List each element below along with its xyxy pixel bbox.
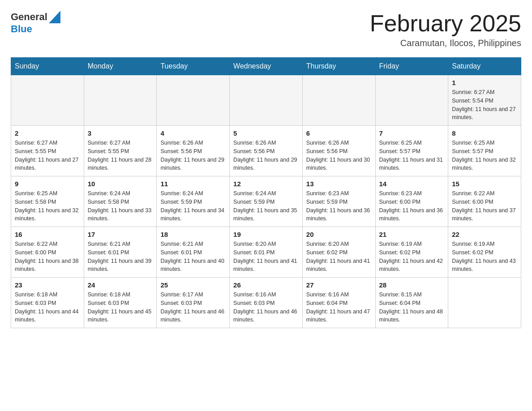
table-row [11, 75, 84, 126]
table-row: 14Sunrise: 6:23 AMSunset: 6:00 PMDayligh… [375, 176, 448, 227]
day-info: Sunrise: 6:26 AMSunset: 5:56 PMDaylight:… [306, 139, 372, 172]
day-info: Sunrise: 6:20 AMSunset: 6:02 PMDaylight:… [306, 240, 372, 274]
day-number: 8 [452, 129, 517, 137]
location-text: Caramutan, Ilocos, Philippines [370, 38, 521, 48]
day-number: 12 [233, 180, 299, 188]
day-info: Sunrise: 6:19 AMSunset: 6:02 PMDaylight:… [452, 240, 517, 274]
day-info: Sunrise: 6:26 AMSunset: 5:56 PMDaylight:… [160, 139, 226, 172]
day-info: Sunrise: 6:23 AMSunset: 5:59 PMDaylight:… [306, 189, 372, 223]
day-number: 7 [379, 129, 445, 137]
day-info: Sunrise: 6:18 AMSunset: 6:03 PMDaylight:… [15, 291, 80, 324]
calendar-week-row: 23Sunrise: 6:18 AMSunset: 6:03 PMDayligh… [11, 278, 521, 328]
day-number: 5 [233, 129, 299, 137]
table-row: 22Sunrise: 6:19 AMSunset: 6:02 PMDayligh… [448, 227, 521, 278]
day-number: 9 [15, 180, 80, 188]
day-number: 11 [160, 180, 226, 188]
table-row: 20Sunrise: 6:20 AMSunset: 6:02 PMDayligh… [302, 227, 375, 278]
day-info: Sunrise: 6:27 AMSunset: 5:55 PMDaylight:… [15, 139, 80, 172]
logo-triangle-icon [49, 11, 60, 23]
table-row [157, 75, 230, 126]
day-number: 2 [15, 129, 80, 137]
logo: General Blue [11, 11, 60, 35]
day-number: 25 [160, 281, 226, 289]
day-number: 28 [379, 281, 445, 289]
day-info: Sunrise: 6:24 AMSunset: 5:58 PMDaylight:… [88, 189, 153, 223]
table-row: 16Sunrise: 6:22 AMSunset: 6:00 PMDayligh… [11, 227, 84, 278]
svg-marker-0 [49, 11, 60, 23]
day-info: Sunrise: 6:24 AMSunset: 5:59 PMDaylight:… [160, 189, 226, 223]
title-area: February 2025 Caramutan, Ilocos, Philipp… [370, 11, 521, 48]
day-info: Sunrise: 6:21 AMSunset: 6:01 PMDaylight:… [160, 240, 226, 274]
table-row: 1Sunrise: 6:27 AMSunset: 5:54 PMDaylight… [448, 75, 521, 126]
day-info: Sunrise: 6:26 AMSunset: 5:56 PMDaylight:… [233, 139, 299, 172]
calendar-week-row: 1Sunrise: 6:27 AMSunset: 5:54 PMDaylight… [11, 75, 521, 126]
table-row: 13Sunrise: 6:23 AMSunset: 5:59 PMDayligh… [302, 176, 375, 227]
table-row: 17Sunrise: 6:21 AMSunset: 6:01 PMDayligh… [84, 227, 157, 278]
day-info: Sunrise: 6:18 AMSunset: 6:03 PMDaylight:… [88, 291, 153, 324]
day-info: Sunrise: 6:24 AMSunset: 5:59 PMDaylight:… [233, 189, 299, 223]
table-row: 9Sunrise: 6:25 AMSunset: 5:58 PMDaylight… [11, 176, 84, 227]
col-tuesday: Tuesday [157, 58, 230, 75]
day-number: 21 [379, 231, 445, 238]
col-thursday: Thursday [302, 58, 375, 75]
day-number: 14 [379, 180, 445, 188]
day-info: Sunrise: 6:22 AMSunset: 6:00 PMDaylight:… [15, 240, 80, 274]
day-number: 17 [88, 231, 153, 238]
day-number: 20 [306, 231, 372, 238]
calendar-header-row: Sunday Monday Tuesday Wednesday Thursday… [11, 58, 521, 75]
calendar-week-row: 16Sunrise: 6:22 AMSunset: 6:00 PMDayligh… [11, 227, 521, 278]
table-row: 2Sunrise: 6:27 AMSunset: 5:55 PMDaylight… [11, 126, 84, 176]
day-info: Sunrise: 6:19 AMSunset: 6:02 PMDaylight:… [379, 240, 445, 274]
day-number: 6 [306, 129, 372, 137]
table-row: 8Sunrise: 6:25 AMSunset: 5:57 PMDaylight… [448, 126, 521, 176]
table-row [375, 75, 448, 126]
day-info: Sunrise: 6:25 AMSunset: 5:57 PMDaylight:… [379, 139, 445, 172]
col-friday: Friday [375, 58, 448, 75]
table-row: 11Sunrise: 6:24 AMSunset: 5:59 PMDayligh… [157, 176, 230, 227]
table-row [230, 75, 303, 126]
calendar-table: Sunday Monday Tuesday Wednesday Thursday… [11, 57, 521, 328]
day-number: 4 [160, 129, 226, 137]
day-number: 19 [233, 231, 299, 238]
table-row [84, 75, 157, 126]
table-row: 24Sunrise: 6:18 AMSunset: 6:03 PMDayligh… [84, 278, 157, 328]
day-info: Sunrise: 6:23 AMSunset: 6:00 PMDaylight:… [379, 189, 445, 223]
table-row: 21Sunrise: 6:19 AMSunset: 6:02 PMDayligh… [375, 227, 448, 278]
day-info: Sunrise: 6:27 AMSunset: 5:54 PMDaylight:… [452, 88, 517, 122]
logo-general-text: General [11, 11, 47, 23]
day-number: 10 [88, 180, 153, 188]
table-row [302, 75, 375, 126]
day-number: 15 [452, 180, 517, 188]
calendar-week-row: 2Sunrise: 6:27 AMSunset: 5:55 PMDaylight… [11, 126, 521, 176]
table-row: 3Sunrise: 6:27 AMSunset: 5:55 PMDaylight… [84, 126, 157, 176]
table-row: 23Sunrise: 6:18 AMSunset: 6:03 PMDayligh… [11, 278, 84, 328]
day-number: 24 [88, 281, 153, 289]
day-info: Sunrise: 6:17 AMSunset: 6:03 PMDaylight:… [160, 291, 226, 324]
day-info: Sunrise: 6:21 AMSunset: 6:01 PMDaylight:… [88, 240, 153, 274]
day-number: 27 [306, 281, 372, 289]
col-saturday: Saturday [448, 58, 521, 75]
day-info: Sunrise: 6:27 AMSunset: 5:55 PMDaylight:… [88, 139, 153, 172]
day-number: 22 [452, 231, 517, 238]
table-row: 10Sunrise: 6:24 AMSunset: 5:58 PMDayligh… [84, 176, 157, 227]
table-row: 5Sunrise: 6:26 AMSunset: 5:56 PMDaylight… [230, 126, 303, 176]
day-number: 3 [88, 129, 153, 137]
table-row: 18Sunrise: 6:21 AMSunset: 6:01 PMDayligh… [157, 227, 230, 278]
table-row [448, 278, 521, 328]
month-title: February 2025 [370, 11, 521, 36]
table-row: 27Sunrise: 6:16 AMSunset: 6:04 PMDayligh… [302, 278, 375, 328]
col-sunday: Sunday [11, 58, 84, 75]
day-number: 26 [233, 281, 299, 289]
table-row: 26Sunrise: 6:16 AMSunset: 6:03 PMDayligh… [230, 278, 303, 328]
day-info: Sunrise: 6:20 AMSunset: 6:01 PMDaylight:… [233, 240, 299, 274]
day-number: 23 [15, 281, 80, 289]
logo-blue-text: Blue [11, 23, 32, 35]
table-row: 15Sunrise: 6:22 AMSunset: 6:00 PMDayligh… [448, 176, 521, 227]
day-info: Sunrise: 6:16 AMSunset: 6:03 PMDaylight:… [233, 291, 299, 324]
day-info: Sunrise: 6:22 AMSunset: 6:00 PMDaylight:… [452, 189, 517, 223]
table-row: 7Sunrise: 6:25 AMSunset: 5:57 PMDaylight… [375, 126, 448, 176]
col-wednesday: Wednesday [230, 58, 303, 75]
day-info: Sunrise: 6:25 AMSunset: 5:57 PMDaylight:… [452, 139, 517, 172]
day-number: 16 [15, 231, 80, 238]
day-number: 13 [306, 180, 372, 188]
